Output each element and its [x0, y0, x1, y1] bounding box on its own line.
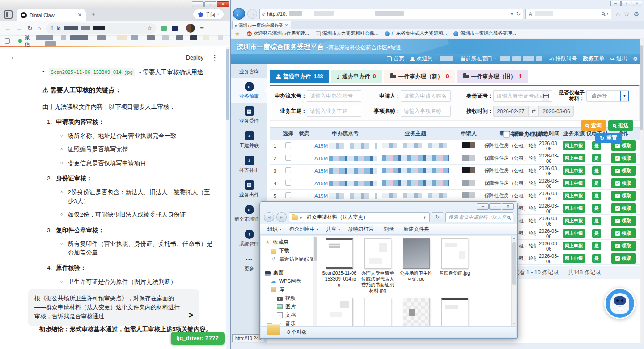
- home-icon[interactable]: ⌂: [616, 10, 619, 17]
- ie-tab[interactable]: e 深圳市一窗综合服务受理平... ✕: [232, 21, 291, 29]
- file-item[interactable]: [437, 298, 472, 327]
- tab-ordinary-items[interactable]: 普通申办件148: [270, 70, 329, 83]
- nav-scrollbar[interactable]: [313, 236, 317, 326]
- breadcrumb-dropdown-icon[interactable]: ▼: [423, 215, 427, 220]
- scrollbar-thumb[interactable]: [640, 45, 643, 130]
- file-item[interactable]: 居民身份证1.jpg: [322, 298, 357, 327]
- scroll-up-icon[interactable]: ▲: [512, 236, 516, 241]
- bookmark-star-icon[interactable]: ☆: [147, 25, 152, 31]
- row-checkbox[interactable]: [285, 167, 291, 173]
- search-box[interactable]: A ▾: [525, 9, 611, 19]
- maximize-button[interactable]: ▫: [204, 1, 216, 7]
- assistant-pill-button[interactable]: 千问 ›: [193, 9, 224, 19]
- claim-button[interactable]: ✓领取: [611, 153, 636, 163]
- claim-button[interactable]: ✓领取: [611, 203, 636, 213]
- query-button[interactable]: 查询: [581, 120, 606, 131]
- favorite-link[interactable]: 深圳市一窗综合服务受理...: [453, 30, 516, 37]
- applicant-input[interactable]: 请输入申请人姓名: [401, 90, 451, 102]
- flow-number-link[interactable]: A15M: [314, 156, 328, 161]
- minimize-button[interactable]: ─: [477, 203, 489, 210]
- toolbar-button[interactable]: 刻录: [380, 226, 400, 233]
- back-button[interactable]: ←: [233, 8, 245, 20]
- claim-button[interactable]: ✓领取: [611, 178, 636, 188]
- minimize-button[interactable]: ─: [192, 1, 204, 7]
- side-panel-icon[interactable]: [4, 10, 13, 19]
- nav-tree-item[interactable]: ☁ WPS网盘: [265, 277, 313, 285]
- tab-close-icon[interactable]: ✕: [285, 23, 288, 28]
- breadcrumb[interactable]: ▸ 群众申请材料（法人变更） ▼: [289, 212, 430, 222]
- claim-button[interactable]: ✓领取: [611, 191, 636, 201]
- kebab-menu-icon[interactable]: ⋮: [211, 53, 218, 62]
- forward-icon[interactable]: →: [16, 25, 22, 32]
- new-tab-button[interactable]: +: [91, 10, 95, 18]
- table-row[interactable]: 3 A15M 保障性住房（公租）轮候申: [270, 165, 640, 177]
- favorite-link[interactable]: sk 欢迎登录深圳市住房和建...: [247, 30, 309, 37]
- batch-mode-toggle[interactable]: 批量办理模式: [503, 131, 547, 138]
- close-button[interactable]: ✕: [502, 203, 514, 210]
- nav-tree-item[interactable]: ≡ 文档: [265, 311, 313, 319]
- sidebar-item[interactable]: + 补齐补正: [231, 152, 267, 177]
- tab-one-thing-new[interactable]: 一件事办理（新）0: [384, 70, 455, 83]
- extension-green-icon[interactable]: [161, 26, 167, 31]
- flow-number-link[interactable]: A15M: [314, 143, 328, 149]
- row-checkbox[interactable]: [285, 155, 291, 161]
- nav-tree-item[interactable]: 下载: [265, 247, 313, 255]
- toolbar-button[interactable]: 共享 ▾: [322, 226, 344, 233]
- search-dropdown-icon[interactable]: ▾: [606, 12, 608, 16]
- claim-button[interactable]: ✓领取: [611, 216, 636, 226]
- file-item[interactable]: Scan2025-11-06_153309_014.jpg: [322, 238, 357, 294]
- sidebar-item[interactable]: ▤ 业务受理: [231, 103, 267, 128]
- nav-tree-item[interactable]: ★ 收藏夹: [265, 238, 313, 247]
- table-row[interactable]: 2 A15M 保障性住房（公租）轮候申: [270, 152, 640, 165]
- sidebar-item[interactable]: ◐ 业务预审: [231, 78, 267, 103]
- file-item[interactable]: [398, 298, 434, 327]
- deploy-button[interactable]: Deploy: [186, 55, 203, 61]
- row-checkbox[interactable]: [285, 180, 291, 186]
- back-button[interactable]: ◂: [264, 212, 274, 222]
- nav-queue-call[interactable]: ◄)排队叫号: [548, 55, 577, 63]
- explorer-search-box[interactable]: 搜索 群众申请材料（法人变更）: [445, 212, 513, 222]
- address-bar[interactable]: ⠿ lo ☆: [46, 23, 156, 34]
- claim-button[interactable]: ✓领取: [611, 228, 636, 238]
- tab-one-thing-old[interactable]: 一件事办理（旧）1: [457, 70, 528, 83]
- claim-button[interactable]: ✓领取: [611, 253, 636, 264]
- flow-number-input[interactable]: 请输入申办流水号: [307, 90, 361, 102]
- file-item[interactable]: 办理人受申请单位或法定代表人委托的书面证明材料.jpg: [360, 238, 395, 294]
- eonly-select[interactable]: -请选择- ▼: [586, 90, 629, 102]
- url-bar[interactable]: e http://10. ▾ ↻: [259, 9, 523, 19]
- scrollbar-thumb[interactable]: [314, 237, 317, 261]
- table-row[interactable]: 5 A15M 保障性住房（公租）轮候申: [270, 190, 640, 202]
- id-card-reader-button[interactable]: [542, 91, 549, 101]
- maximize-button[interactable]: ▫: [621, 1, 631, 6]
- reset-button[interactable]: ↻重置: [595, 133, 622, 143]
- send-icon[interactable]: >: [188, 308, 193, 323]
- search-icon[interactable]: [602, 12, 605, 15]
- table-row[interactable]: 4 A15M 保障性住房（公租）轮候申: [270, 177, 640, 190]
- browser-menu-icon[interactable]: ≡: [200, 25, 204, 32]
- file-chip[interactable]: Scan2025-11-06_153309_014.jpg: [49, 68, 135, 76]
- apps-icon[interactable]: [5, 38, 10, 44]
- collapse-chevron-icon[interactable]: ›: [11, 54, 13, 61]
- bookmark-wechat[interactable]: 微信: [25, 34, 34, 48]
- browser-tab[interactable]: Dintal Claw ✕: [17, 9, 86, 21]
- nav-home[interactable]: 首页: [387, 55, 404, 63]
- file-item[interactable]: [360, 298, 395, 327]
- file-item[interactable]: 居民身份证.jpg: [437, 238, 472, 294]
- favorite-link[interactable]: e 深圳市人力资源和社会保...: [316, 30, 378, 37]
- row-checkbox[interactable]: [285, 192, 291, 198]
- tools-gear-icon[interactable]: ⚙: [633, 10, 639, 17]
- batch-checkbox[interactable]: [503, 131, 510, 138]
- nav-tree-item[interactable]: 桌面: [265, 268, 313, 277]
- flow-number-link[interactable]: A15M: [314, 193, 328, 199]
- extensions-grid-icon[interactable]: ⠿: [50, 26, 54, 30]
- nav-tree-item[interactable]: 图片: [265, 302, 313, 311]
- claim-button[interactable]: ✓领取: [611, 241, 636, 251]
- home-icon[interactable]: ⌂: [38, 25, 41, 32]
- nav-tree-item[interactable]: ↺ 最近访问的位置: [265, 255, 313, 264]
- push-button[interactable]: 推送: [608, 120, 633, 131]
- claim-button[interactable]: ✓领取: [611, 166, 636, 176]
- toolbar-button[interactable]: 新建文件夹: [400, 226, 436, 233]
- toolbar-button[interactable]: 组织 ▾: [263, 226, 285, 233]
- chat-input[interactable]: 根《据公共场所卫生许可预审要点》，对保存在桌面的——群众申请材料（法人变更）这个…: [28, 289, 199, 326]
- sidebar-item[interactable]: 业务咨询: [231, 65, 267, 78]
